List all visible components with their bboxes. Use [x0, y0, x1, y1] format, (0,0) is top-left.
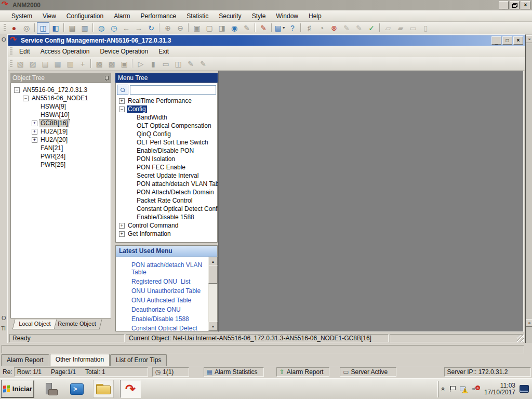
menu-tree-item-secret-update-interval[interactable]: Secret Update Interval — [116, 171, 217, 180]
service-close-button[interactable]: × — [513, 36, 523, 45]
tab-list-of-error-tips[interactable]: List of Error Tips — [110, 354, 167, 366]
device-folder-icon[interactable]: ▣ — [118, 58, 130, 70]
tab-local-object[interactable]: Local Object — [12, 320, 57, 329]
start-button[interactable]: Iniciar — [2, 380, 34, 397]
latest-used-item-deauthorize-onu[interactable]: Deauthorize ONU — [116, 305, 208, 314]
service-minimize-button[interactable]: _ — [491, 36, 501, 45]
pages-settings-icon[interactable]: ▯ — [419, 22, 432, 34]
latest-used-item-constant-optical-detect-config[interactable]: Constant Optical Detect Config — [116, 324, 208, 331]
menu-view[interactable]: View — [37, 11, 61, 21]
modify-record-icon[interactable]: ✎ — [184, 58, 197, 70]
device-manage-icon[interactable]: ♯ — [303, 22, 315, 34]
taskbar-powershell-button[interactable]: >_ — [67, 380, 87, 397]
confirm-edit-icon[interactable]: ✓ — [365, 22, 378, 34]
upload-device-icon[interactable]: ▩ — [93, 58, 105, 70]
menu-tree-item-realtime-performance[interactable]: +RealTime Performance — [116, 97, 217, 105]
menu-security[interactable]: Security — [214, 11, 246, 21]
object-tree-item-pwr-24[interactable]: PWR[24] — [11, 152, 111, 161]
help-icon[interactable]: ? — [286, 22, 299, 34]
draw-icon[interactable]: ✎ — [241, 22, 253, 34]
expand-icon[interactable]: + — [32, 137, 37, 143]
action-center-flag-icon[interactable] — [449, 385, 456, 393]
menu-tree-item-config[interactable]: −Config — [116, 105, 217, 113]
menu-tree-item-enable-disable-1588[interactable]: Enable/Disable 1588 — [116, 213, 217, 221]
clipboard-icon[interactable]: ▤ — [66, 22, 78, 34]
object-tree-item-fan-21[interactable]: FAN[21] — [11, 144, 111, 152]
volume-muted-icon[interactable] — [472, 385, 480, 393]
alarm-history-icon[interactable]: ◷ — [108, 22, 120, 34]
refresh-icon[interactable]: ↻ — [145, 22, 157, 34]
edit-config-icon[interactable]: ▧ — [14, 58, 26, 70]
menu-tree-item-control-command[interactable]: +Control Command — [116, 221, 217, 230]
menu-tree-item-packet-rate-control[interactable]: Packet Rate Control — [116, 196, 217, 205]
menu-style[interactable]: Style — [247, 11, 271, 21]
clipboard-history-icon[interactable]: ▥ — [78, 22, 91, 34]
taskbar-clock[interactable]: 11:03 17/10/2017 — [484, 382, 515, 396]
edit-notes-icon[interactable]: ✎ — [257, 22, 270, 34]
menu-window[interactable]: Window — [271, 11, 303, 21]
deselect-area-icon[interactable]: ▢ — [203, 22, 216, 34]
expand-icon[interactable]: + — [32, 121, 37, 126]
select-area-icon[interactable]: ▣ — [191, 22, 203, 34]
object-tree-item-hswa-10[interactable]: HSWA[10] — [11, 111, 111, 119]
expand-icon[interactable]: + — [32, 129, 37, 135]
scroll-down-icon[interactable]: ▼ — [208, 322, 218, 331]
forward-icon[interactable]: → — [132, 22, 145, 34]
menu-tree-item-pon-fec-enable[interactable]: PON FEC Enable — [116, 163, 217, 171]
copy-pages-icon[interactable]: ▱ — [382, 22, 394, 34]
save-pages-icon[interactable]: ▰ — [394, 22, 407, 34]
pin-icon[interactable] — [104, 75, 109, 81]
collapse-icon[interactable]: − — [14, 87, 20, 93]
service-menu-access-operation[interactable]: Access Operation — [35, 46, 95, 57]
menu-statistic[interactable]: Statistic — [181, 11, 214, 21]
left-dock-tab-tips[interactable]: Ti — [1, 325, 6, 331]
close-button[interactable]: × — [521, 1, 530, 9]
scroll-thumb[interactable] — [208, 265, 218, 284]
menu-tree-item-qinq-config[interactable]: QinQ Config — [116, 130, 217, 138]
object-tree-item-hswa-9[interactable]: HSWA[9] — [11, 102, 111, 111]
topology-view-icon[interactable]: ◫ — [37, 22, 49, 34]
latest-used-item-registered-onu-list[interactable]: Registered ONU List — [116, 277, 208, 286]
search-button[interactable] — [117, 85, 128, 95]
latest-used-item-enable-disable-1588[interactable]: Enable/Disable 1588 — [116, 314, 208, 324]
object-tree-item-an5516-06-node1[interactable]: −AN5516-06_NODE1 — [11, 94, 111, 102]
menu-tree-item-get-information[interactable]: +Get Information — [116, 230, 217, 238]
menu-search-input[interactable] — [130, 85, 216, 95]
new-record-icon[interactable]: ▮ — [147, 58, 159, 70]
menu-system[interactable]: System — [6, 11, 37, 21]
object-tree-item-hu2a-20[interactable]: +HU2A[20] — [11, 136, 111, 144]
service-menu-edit[interactable]: Edit — [14, 46, 35, 57]
add-service-icon[interactable]: + — [76, 58, 89, 70]
tab-other-information[interactable]: Other Information — [50, 354, 110, 366]
table-edit-icon[interactable]: ▤ — [39, 58, 51, 70]
alarm-bell-icon[interactable]: ◍ — [95, 22, 108, 34]
menu-tree-item-bandwidth[interactable]: BandWidth — [116, 113, 217, 122]
menu-configuration[interactable]: Configuration — [61, 11, 109, 21]
latest-used-scrollbar[interactable]: ▲ ▼ — [208, 257, 217, 331]
monitor-view-icon[interactable]: ◧ — [49, 22, 62, 34]
dock-close-icon[interactable]: × — [526, 35, 532, 43]
restore-button[interactable] — [510, 1, 520, 9]
resize-grip[interactable] — [517, 335, 524, 342]
show-desktop-icon[interactable] — [520, 385, 529, 393]
collapse-icon[interactable]: − — [119, 107, 125, 112]
latest-used-item-onu-authcated-table[interactable]: ONU Authcated Table — [116, 296, 208, 305]
expand-icon[interactable]: + — [119, 231, 125, 237]
page-flag-icon[interactable]: ◫ — [172, 58, 184, 70]
table-delete-icon[interactable]: ▦ — [51, 58, 64, 70]
tray-expand-icon[interactable]: « — [440, 387, 447, 391]
object-tree-item-hu2a-19[interactable]: +HU2A[19] — [11, 127, 111, 136]
zoom-out-icon[interactable]: ⊖ — [174, 22, 187, 34]
table-add-icon[interactable]: ▥ — [64, 58, 76, 70]
status-alarm-statistics[interactable]: ▦ Alarm Statistics — [204, 367, 264, 377]
latest-used-item-onu-unauthorized-table[interactable]: ONU Unauthorized Table — [116, 286, 208, 296]
latest-used-item-pon-attach-detach-vlan-table[interactable]: PON attach/detach VLAN Table — [116, 260, 208, 277]
menu-alarm[interactable]: Alarm — [109, 11, 135, 21]
network-warning-icon[interactable] — [460, 385, 468, 393]
write-record-icon[interactable]: ✎ — [197, 58, 209, 70]
visibility-icon[interactable]: ◉ — [228, 22, 241, 34]
dock-close-icon-bottom[interactable]: × — [526, 319, 532, 327]
export-page-icon[interactable]: ▷ — [135, 58, 147, 70]
config-file-icon[interactable]: ◔ — [315, 22, 328, 34]
edit-disabled-icon[interactable]: ✎ — [340, 22, 353, 34]
